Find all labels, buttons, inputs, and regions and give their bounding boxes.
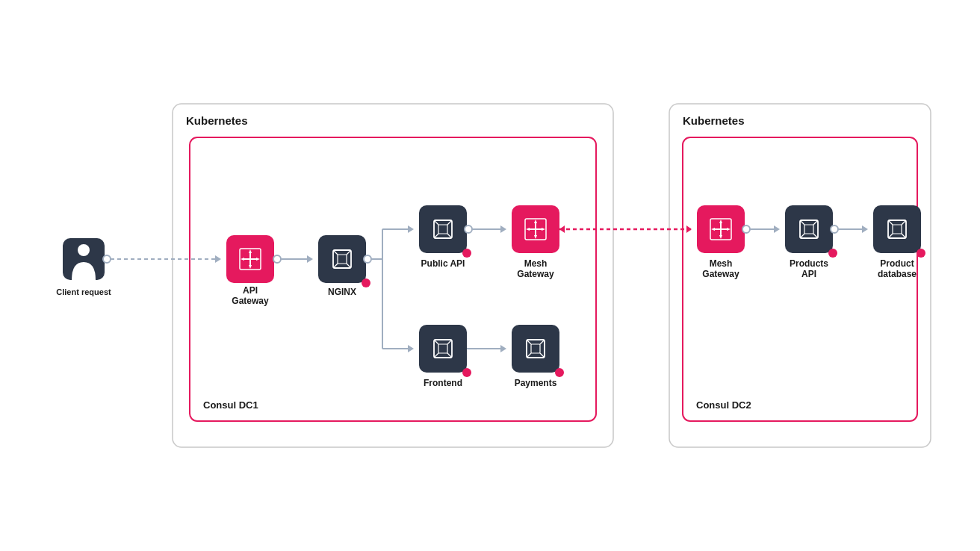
svg-point-106 [917, 249, 925, 258]
consul-dc1-label: Consul DC1 [203, 399, 258, 411]
svg-point-6 [103, 255, 111, 263]
svg-point-85 [742, 225, 750, 233]
svg-point-45 [465, 225, 472, 233]
products-api-label2: API [801, 269, 816, 279]
architecture-diagram: Kubernetes Consul DC1 Kubernetes Consul … [42, 59, 938, 492]
api-gateway-label2: Gateway [232, 296, 269, 306]
nginx-label: NGINX [328, 287, 356, 297]
payments-label: Payments [515, 378, 557, 388]
frontend-label: Frontend [424, 378, 462, 388]
svg-rect-37 [419, 205, 467, 253]
product-database-label2: database [878, 269, 917, 279]
svg-rect-99 [873, 205, 921, 253]
svg-rect-20 [318, 235, 366, 283]
public-api-label: Public API [421, 258, 465, 269]
svg-point-17 [273, 255, 281, 263]
products-api-label: Products [790, 258, 828, 269]
mesh-gateway-dc2-label: Mesh [710, 258, 733, 269]
k8s-dc2-label: Kubernetes [683, 114, 745, 127]
svg-point-28 [364, 255, 371, 263]
main-svg: Kubernetes Consul DC1 Kubernetes Consul … [42, 59, 938, 492]
svg-point-55 [462, 368, 471, 377]
svg-rect-88 [785, 205, 833, 253]
svg-rect-66 [512, 325, 559, 373]
svg-point-44 [462, 249, 471, 258]
mesh-gateway-dc1-label: Mesh [524, 258, 548, 269]
mesh-gateway-dc2-label2: Gateway [702, 269, 739, 279]
svg-point-27 [362, 278, 370, 287]
product-database-label: Product [880, 258, 914, 269]
k8s-dc1-label: Kubernetes [186, 114, 248, 127]
svg-point-73 [555, 368, 564, 377]
consul-dc2-label: Consul DC2 [696, 399, 751, 411]
api-gateway-label: API [243, 285, 258, 296]
mesh-gateway-dc1-label2: Gateway [517, 269, 554, 279]
svg-point-95 [828, 249, 837, 258]
svg-point-96 [831, 225, 838, 233]
svg-rect-48 [419, 325, 467, 373]
svg-rect-3 [683, 137, 917, 421]
svg-point-5 [78, 244, 90, 256]
client-label: Client request [56, 287, 111, 296]
